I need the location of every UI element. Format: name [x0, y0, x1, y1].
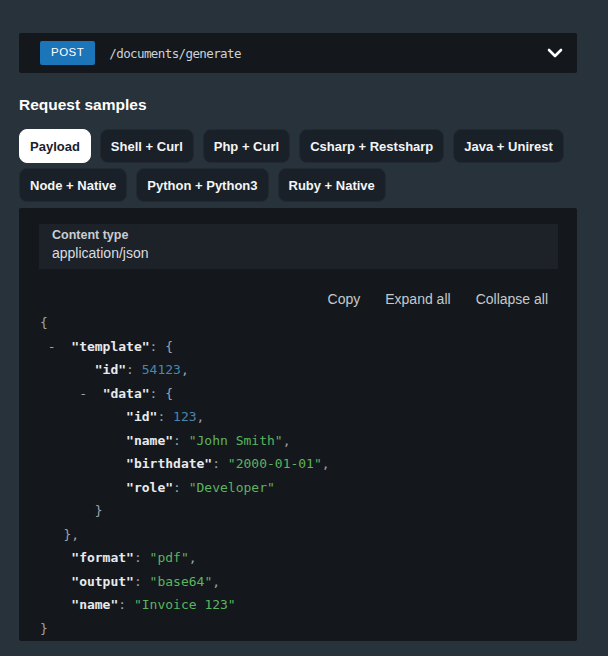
code-indent — [40, 503, 95, 518]
collapse-toggle[interactable]: - — [48, 339, 56, 354]
code-token-key: "output" — [71, 574, 134, 589]
tab-ruby-native[interactable]: Ruby + Native — [278, 168, 386, 202]
code-action-bar: CopyExpand allCollapse all — [19, 291, 548, 307]
tab-node-native[interactable]: Node + Native — [19, 168, 127, 202]
code-line: - "template": { — [40, 335, 567, 359]
collapse-toggle[interactable]: - — [79, 386, 87, 401]
code-indent — [40, 386, 79, 401]
code-line: "format": "pdf", — [40, 546, 567, 570]
tab-java-unirest[interactable]: Java + Unirest — [453, 129, 564, 163]
endpoint-path: /documents/generate — [109, 46, 241, 61]
code-indent — [40, 527, 63, 542]
code-indent — [87, 386, 103, 401]
request-sample-panel: Content type application/json CopyExpand… — [19, 208, 577, 641]
code-indent — [40, 550, 71, 565]
code-token-key: "role" — [126, 480, 173, 495]
chevron-down-icon[interactable] — [547, 48, 563, 58]
code-token-punc: , — [181, 362, 189, 377]
code-indent — [40, 480, 126, 495]
tab-payload[interactable]: Payload — [19, 129, 91, 163]
code-token-key: "birthdate" — [126, 456, 212, 471]
code-token-num: 54123 — [142, 362, 181, 377]
code-token-key: "id" — [126, 409, 157, 424]
code-token-punc: : — [134, 574, 150, 589]
code-token-punc: : — [212, 456, 228, 471]
code-token-punc: } — [95, 503, 103, 518]
code-indent — [40, 597, 71, 612]
tab-csharp-restsharp[interactable]: Csharp + Restsharp — [299, 129, 444, 163]
code-token-key: "data" — [103, 386, 150, 401]
tab-python-python3[interactable]: Python + Python3 — [136, 168, 268, 202]
code-token-str: "base64" — [150, 574, 213, 589]
code-token-punc: : — [173, 433, 189, 448]
code-line: } — [40, 499, 567, 523]
code-line: "name": "John Smith", — [40, 429, 567, 453]
code-token-punc: : — [157, 409, 173, 424]
method-badge: POST — [40, 41, 95, 65]
code-token-key: "name" — [126, 433, 173, 448]
code-indent — [40, 456, 126, 471]
code-token-punc: : — [126, 362, 142, 377]
code-token-str: "2000-01-01" — [228, 456, 322, 471]
code-token-punc: : — [173, 480, 189, 495]
code-indent — [40, 339, 48, 354]
code-line: "output": "base64", — [40, 570, 567, 594]
code-token-key: "format" — [71, 550, 134, 565]
code-token-key: "id" — [95, 362, 126, 377]
code-line: { — [40, 311, 567, 335]
code-line: }, — [40, 523, 567, 547]
tab-php-curl[interactable]: Php + Curl — [203, 129, 290, 163]
code-line: } — [40, 617, 567, 641]
request-sample-tabs: PayloadShell + CurlPhp + CurlCsharp + Re… — [19, 129, 577, 202]
code-line: "birthdate": "2000-01-01", — [40, 452, 567, 476]
code-token-str: "Invoice 123" — [134, 597, 236, 612]
code-line: "id": 123, — [40, 405, 567, 429]
code-token-key: "template" — [71, 339, 149, 354]
code-token-punc: } — [40, 621, 48, 636]
content-type-label: Content type — [52, 228, 558, 242]
code-token-punc: : { — [150, 386, 173, 401]
code-token-punc: , — [322, 456, 330, 471]
code-line: "name": "Invoice 123" — [40, 593, 567, 617]
code-line: "id": 54123, — [40, 358, 567, 382]
endpoint-header[interactable]: POST /documents/generate — [19, 33, 577, 73]
action-expand-all[interactable]: Expand all — [385, 291, 450, 307]
code-indent — [56, 339, 72, 354]
code-token-punc: : — [134, 550, 150, 565]
code-token-punc: , — [283, 433, 291, 448]
section-title: Request samples — [19, 96, 608, 114]
tab-shell-curl[interactable]: Shell + Curl — [100, 129, 194, 163]
code-token-num: 123 — [173, 409, 196, 424]
code-token-punc: }, — [63, 527, 79, 542]
code-indent — [40, 362, 95, 377]
code-line: "role": "Developer" — [40, 476, 567, 500]
action-copy[interactable]: Copy — [328, 291, 361, 307]
code-token-punc: : — [118, 597, 134, 612]
code-indent — [40, 433, 126, 448]
code-token-str: "John Smith" — [189, 433, 283, 448]
code-token-punc: , — [197, 409, 205, 424]
code-token-punc: , — [189, 550, 197, 565]
code-token-str: "Developer" — [189, 480, 275, 495]
code-indent — [40, 409, 126, 424]
action-collapse-all[interactable]: Collapse all — [476, 291, 548, 307]
code-token-punc: : { — [150, 339, 173, 354]
code-line: - "data": { — [40, 382, 567, 406]
code-token-punc: { — [40, 315, 48, 330]
code-token-punc: , — [212, 574, 220, 589]
code-indent — [40, 574, 71, 589]
code-token-key: "name" — [71, 597, 118, 612]
content-type-value: application/json — [52, 245, 558, 261]
code-token-str: "pdf" — [150, 550, 189, 565]
json-payload-viewer: { - "template": { "id": 54123, - "data":… — [19, 311, 577, 640]
content-type-selector[interactable]: Content type application/json — [39, 224, 558, 269]
